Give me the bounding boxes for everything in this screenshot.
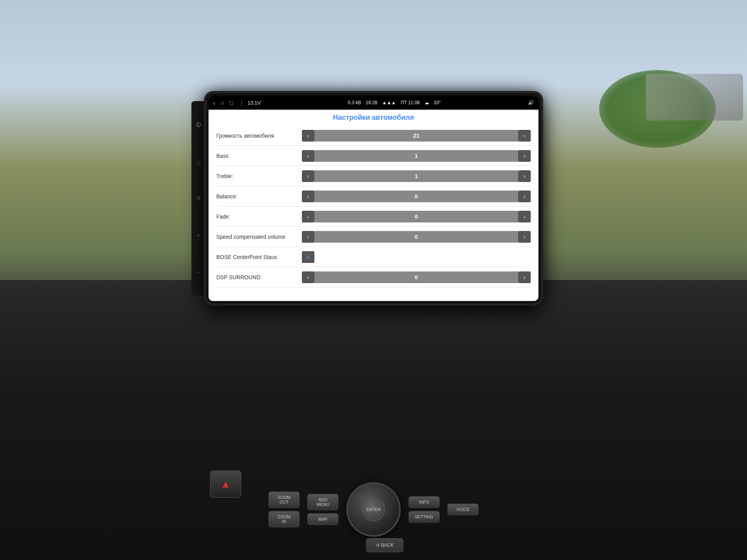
center-status: 0.3 kB 16:28 ▲▲▲ ПТ 11.08 ☁ 33° [264,100,525,105]
dsp-stepper: ‹ 0 › [302,271,531,283]
volume-car-stepper: ‹ 21 › [302,130,531,142]
back-side-button[interactable]: ↺ [194,194,203,203]
time-display: 16:28 [366,100,377,105]
treble-increase[interactable]: › [518,170,531,182]
treble-stepper: ‹ 1 › [302,170,531,182]
balance-increase[interactable]: › [518,191,531,202]
bass-label: Bass: [216,153,302,159]
right-btn-group: INFO SETTING [409,496,440,523]
speed-volume-label: Speed compensated volume [216,234,302,240]
settings-title: Настройки автомобиля [216,114,531,122]
data-usage: 0.3 kB [348,100,361,105]
screen-bezel: ‹ ○ □ ⋮ 13.1V 0.3 kB 16:28 ▲▲▲ ПТ 11.08 … [206,93,541,303]
menu-nav-icon[interactable]: ⋮ [238,99,244,106]
bose-control: ✓ [302,251,531,263]
back-area: ↺ BACK [366,538,403,552]
treble-row: Treble: ‹ 1 › [216,166,531,186]
dsp-decrease[interactable]: ‹ [302,271,314,283]
enter-knob-inner[interactable]: ENTER [362,498,385,521]
volume-down-button[interactable]: − [194,268,203,277]
volume-up-button[interactable]: + [194,231,203,240]
setting-button[interactable]: SETTING [409,511,440,523]
speed-volume-stepper: ‹ 0 › [302,231,531,243]
center-left-btn-group: ADDMENU MAP [307,494,338,525]
bass-control: ‹ 1 › [302,150,531,162]
balance-row: Balance: ‹ 0 › [216,186,531,206]
nav-icons: ‹ ○ □ ⋮ [213,99,244,106]
fade-control: ‹ 0 › [302,211,531,222]
bass-decrease[interactable]: ‹ [302,150,314,162]
fade-decrease[interactable]: ‹ [302,211,314,222]
status-bar: ‹ ○ □ ⋮ 13.1V 0.3 kB 16:28 ▲▲▲ ПТ 11.08 … [209,96,538,110]
balance-value: 0 [314,191,518,202]
bose-label: BOSE CenterPoint Staus [216,254,302,260]
bass-row: Bass: ‹ 1 › [216,146,531,166]
voice-button[interactable]: VOICE [447,504,479,515]
zoom-in-button[interactable]: ZOOMIN [268,511,300,527]
map-button[interactable]: MAP [307,513,338,525]
back-button[interactable]: ↺ BACK [366,538,403,552]
treble-control: ‹ 1 › [302,170,531,182]
settings-area: Настройки автомобиля Громкость автомобил… [209,110,538,301]
speed-volume-increase[interactable]: › [518,231,531,243]
volume-indicator: 🔊 [528,100,534,105]
dsp-increase[interactable]: › [518,271,531,283]
volume-car-label: Громкость автомобиля [216,133,302,139]
back-nav-icon[interactable]: ‹ [213,100,215,106]
volume-car-decrease[interactable]: ‹ [302,130,314,142]
temperature-display: 33° [434,100,441,105]
enter-label: ENTER [366,507,381,512]
dsp-value: 0 [314,271,518,283]
zoom-out-button[interactable]: ZOOMOUT [268,492,300,508]
power-button[interactable]: ⏻ [194,120,203,129]
treble-value: 1 [314,170,518,182]
volume-car-value: 21 [314,130,518,142]
bose-checkbox[interactable]: ✓ [302,251,314,263]
bass-value: 1 [314,150,518,162]
weather-icon: ☁ [424,100,429,105]
far-right-btn-group: VOICE [447,504,479,515]
bass-increase[interactable]: › [518,150,531,162]
fade-label: Fade: [216,214,302,220]
car-bg-decoration [646,74,743,121]
date-display: ПТ 11.08 [401,100,420,105]
fade-increase[interactable]: › [518,211,531,222]
speed-volume-value: 0 [314,231,518,243]
info-button[interactable]: INFO [409,496,440,508]
screen-content: ‹ ○ □ ⋮ 13.1V 0.3 kB 16:28 ▲▲▲ ПТ 11.08 … [209,96,538,301]
dsp-row: DSP SURROUND ‹ 0 › [216,267,531,287]
voltage-display: 13.1V [247,100,261,106]
right-status: 🔊 [528,100,534,105]
dsp-control: ‹ 0 › [302,271,531,283]
fade-row: Fade: ‹ 0 › [216,206,531,227]
speed-volume-control: ‹ 0 › [302,231,531,243]
speed-volume-decrease[interactable]: ‹ [302,231,314,243]
left-btn-group: ZOOMOUT ZOOMIN [268,492,300,527]
treble-label: Treble: [216,173,302,179]
home-button[interactable]: △ [194,157,203,166]
volume-car-row: Громкость автомобиля ‹ 21 › [216,126,531,146]
bose-row: BOSE CenterPoint Staus ✓ [216,247,531,267]
home-nav-icon[interactable]: ○ [221,100,224,106]
dashboard-controls: ZOOMOUT ZOOMIN ADDMENU MAP ENTER INFO SE… [218,482,529,537]
balance-label: Balance: [216,193,302,200]
signal-strength: ▲▲▲ [382,100,396,105]
side-panel: ⏻ △ ↺ + − [191,101,205,296]
fade-stepper: ‹ 0 › [302,211,531,222]
add-menu-button[interactable]: ADDMENU [307,494,338,510]
bass-stepper: ‹ 1 › [302,150,531,162]
recent-nav-icon[interactable]: □ [230,100,233,106]
speed-volume-row: Speed compensated volume ‹ 0 › [216,227,531,247]
enter-knob[interactable]: ENTER [346,482,401,537]
balance-control: ‹ 0 › [302,191,531,202]
treble-decrease[interactable]: ‹ [302,170,314,182]
dsp-label: DSP SURROUND [216,274,302,280]
balance-stepper: ‹ 0 › [302,191,531,202]
volume-car-control: ‹ 21 › [302,130,531,142]
volume-car-increase[interactable]: › [518,130,531,142]
balance-decrease[interactable]: ‹ [302,191,314,202]
fade-value: 0 [314,211,518,222]
